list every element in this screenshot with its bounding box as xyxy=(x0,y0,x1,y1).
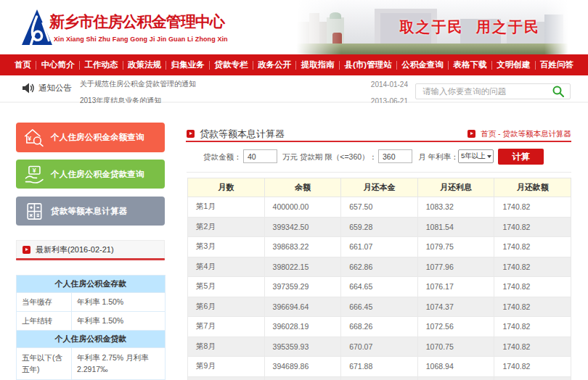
sidebar-button-label: 贷款等额本息计算器 xyxy=(51,206,127,217)
site-header: 新乡市住房公积金管理中心 Xin Xiang Shi Zhu Fang Gong… xyxy=(0,0,588,54)
sidebar-button-calculator[interactable]: 贷款等额本息计算器 xyxy=(16,197,165,226)
nav-separator xyxy=(339,61,340,70)
repayment-cell: 第5月 xyxy=(188,277,265,297)
repayment-row: 第6月396694.64666.451074.371740.82 xyxy=(188,297,571,317)
term-input[interactable] xyxy=(378,149,412,163)
repayment-cell: 1074.37 xyxy=(417,297,494,317)
repayment-table: 月数余额月还本金月还利息月还款额 第1月400000.00657.501083.… xyxy=(187,178,571,380)
calculator-form: 贷款金额： 万元 贷款期 限（<=360）： 月 年利率： 5年以上 计算 xyxy=(187,149,571,165)
repayment-cell: 1740.82 xyxy=(494,237,571,257)
nav-item-12[interactable]: 文明创建 xyxy=(497,59,530,70)
repayment-cell: 1070.75 xyxy=(417,336,494,357)
nav-item-4[interactable]: 政策法规 xyxy=(128,59,161,70)
nav-item-7[interactable]: 政务公开 xyxy=(258,59,291,70)
rates-loan-header: 个人住房公积金贷款 xyxy=(17,331,166,348)
nav-separator xyxy=(448,61,449,70)
rates-cell: 年利率 1.50% xyxy=(72,293,166,312)
repayment-cell: 1740.82 xyxy=(494,357,571,377)
repayment-cell: 1079.75 xyxy=(417,237,494,257)
repayment-row: 第5月397359.29664.651076.171740.82 xyxy=(188,277,571,297)
nav-separator xyxy=(396,61,397,70)
rates-cell: 年利率 1.50% xyxy=(72,312,166,331)
repayment-cell: 1067.12 xyxy=(417,376,494,380)
sidebar-button-balance-query[interactable]: ¥ 个人住房公积金余额查询 xyxy=(16,123,165,152)
repayment-cell: 1740.82 xyxy=(494,217,571,237)
main-nav: 首页中心简介工作动态政策法规归集业务贷款专栏政务公开提取指南县(市)管理站公积金… xyxy=(0,54,588,75)
latest-rate-header: 最新利率(2016-02-21) xyxy=(16,240,165,258)
rates-cell: 上年结转 xyxy=(17,312,72,331)
rates-cell: 五年以下(含五年) xyxy=(17,348,72,380)
nav-item-2[interactable]: 中心简介 xyxy=(41,59,75,70)
select-arrow-icon xyxy=(487,155,491,158)
notice-date: 2014-01-24 xyxy=(371,80,408,88)
svg-text:¥: ¥ xyxy=(28,135,31,142)
term-label: 万元 贷款期 限（<=360）： xyxy=(282,152,377,162)
notice-bar: 通知公告 关于规范住房公积金贷款管理的通知2014-01-242013年度结息业… xyxy=(0,75,588,103)
breadcrumb[interactable]: 首页 - 贷款等额本息计算器 xyxy=(481,129,571,139)
rates-deposit-header: 个人住房公积金存款 xyxy=(17,276,166,293)
latest-rate-title: 最新利率(2016-02-21) xyxy=(36,244,114,255)
rates-table: 个人住房公积金存款 当年缴存 年利率 1.50% 上年结转 年利率 1.50% … xyxy=(16,275,166,380)
repayment-row: 第9月394689.86671.881068.941740.82 xyxy=(188,357,571,377)
notice-title[interactable]: 2013年度结息业务的通知 xyxy=(80,96,161,103)
repayment-cell: 396028.19 xyxy=(264,317,341,337)
page: 新乡市住房公积金管理中心 Xin Xiang Shi Zhu Fang Gong… xyxy=(0,0,588,380)
repayment-cell: 397359.29 xyxy=(264,277,341,297)
amount-label: 贷款金额： xyxy=(203,152,242,162)
nav-separator xyxy=(79,61,80,70)
nav-item-3[interactable]: 工作动态 xyxy=(84,59,118,70)
nav-item-8[interactable]: 提取指南 xyxy=(301,59,335,70)
repayment-cell: 第7月 xyxy=(188,317,265,337)
header-banner: 取之于民 用之于民 xyxy=(290,0,573,54)
repayment-cell: 第6月 xyxy=(188,297,265,317)
repayment-cell: 668.26 xyxy=(341,317,418,337)
repayment-row: 第10月394017.98673.701067.121740.82 xyxy=(188,376,571,380)
repayment-cell: 1740.82 xyxy=(494,297,571,317)
nav-separator xyxy=(491,61,492,70)
content-title: 贷款等额本息计算器 xyxy=(200,128,285,141)
notice-item[interactable]: 关于规范住房公积金贷款管理的通知2014-01-24 xyxy=(80,76,408,92)
repayment-cell: 398022.15 xyxy=(264,257,341,277)
notice-item[interactable]: 2013年度结息业务的通知2013-06-21 xyxy=(80,93,408,103)
nav-item-11[interactable]: 表格下载 xyxy=(454,59,487,70)
calculator-icon xyxy=(23,202,45,221)
search-icon[interactable] xyxy=(552,86,564,97)
header-slogan: 取之于民 用之于民 xyxy=(399,17,540,37)
repayment-row: 第1月400000.00657.501083.321740.82 xyxy=(188,197,571,218)
search-input[interactable] xyxy=(416,87,552,96)
repayment-cell: 第10月 xyxy=(188,376,265,380)
repayment-cell: 1740.82 xyxy=(494,197,571,218)
notice-title[interactable]: 关于规范住房公积金贷款管理的通知 xyxy=(80,79,196,89)
nav-item-5[interactable]: 归集业务 xyxy=(171,59,205,70)
calculate-button[interactable]: 计算 xyxy=(498,149,544,165)
repayment-cell: 1077.96 xyxy=(417,257,494,277)
svg-text:¥: ¥ xyxy=(33,166,36,173)
notice-label: 通知公告 xyxy=(38,83,72,94)
red-arrow-icon xyxy=(187,130,195,138)
repayment-cell: 659.28 xyxy=(341,217,418,237)
nav-item-10[interactable]: 公积金查询 xyxy=(401,59,444,70)
search-box xyxy=(415,83,571,99)
nav-separator xyxy=(295,61,296,70)
sidebar-button-loan-query[interactable]: ¥ 个人住房公积金贷款查询 xyxy=(16,160,165,189)
repayment-cell: 673.70 xyxy=(341,376,418,380)
nav-item-6[interactable]: 贷款专栏 xyxy=(214,59,248,70)
rates-cell: 当年缴存 xyxy=(17,293,72,312)
nav-item-13[interactable]: 百姓问答 xyxy=(540,59,573,70)
nav-separator xyxy=(166,61,166,70)
repayment-cell: 394017.98 xyxy=(264,376,341,380)
amount-input[interactable] xyxy=(243,149,277,163)
nav-item-9[interactable]: 县(市)管理站 xyxy=(345,59,392,70)
nav-item-1[interactable]: 首页 xyxy=(15,59,31,70)
hand-money-icon: ¥ xyxy=(23,165,45,184)
repayment-cell: 1081.54 xyxy=(417,217,494,237)
rate-select[interactable]: 5年以上 xyxy=(458,149,494,163)
repayment-cell: 1072.56 xyxy=(417,317,494,337)
repayment-cell: 1076.17 xyxy=(417,277,494,297)
repayment-cell: 662.86 xyxy=(341,257,418,277)
sidebar-button-label: 个人住房公积金贷款查询 xyxy=(51,169,144,180)
site-subtitle: Xin Xiang Shi Zhu Fang Gong Ji Jin Guan … xyxy=(54,36,228,43)
nav-separator xyxy=(253,61,253,70)
repayment-cell: 1740.82 xyxy=(494,336,571,357)
repayment-col-header: 月还本金 xyxy=(341,178,418,197)
